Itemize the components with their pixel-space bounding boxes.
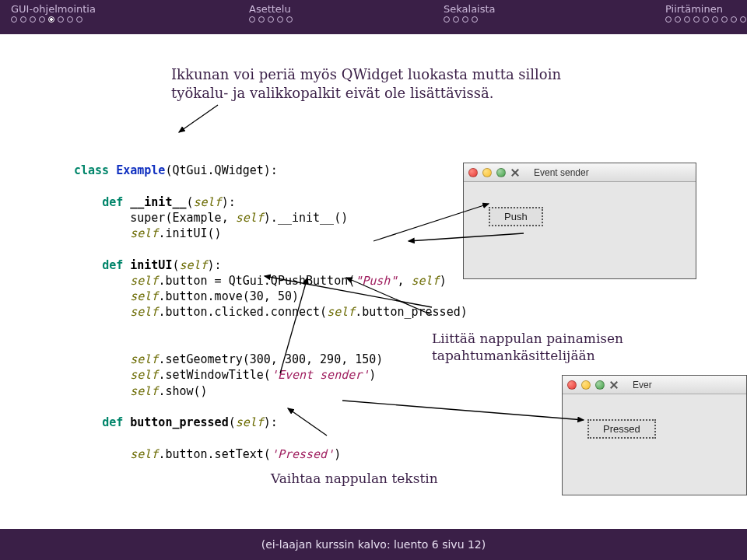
zoom-icon[interactable] xyxy=(595,380,605,390)
slide-body: Ikkunan voi periä myös QWidget luokasta … xyxy=(0,34,747,529)
window-title: Event sender xyxy=(534,167,589,178)
code-block: class Example(QtGui.QWidget): def __init… xyxy=(74,163,468,462)
app-window-pressed: Ever Pressed xyxy=(562,375,747,495)
nav-section-piirtaminen[interactable]: Piirtäminen xyxy=(665,3,746,23)
annotation-connect: Liittää nappulan painamisen tapahtumankä… xyxy=(432,330,623,364)
x-icon xyxy=(609,380,619,390)
nav-section-asettelu[interactable]: Asettelu xyxy=(249,3,293,23)
close-icon[interactable] xyxy=(468,168,478,177)
app-window-event-sender: Event sender Push xyxy=(463,163,696,279)
nav-title: Sekalaista xyxy=(444,3,496,15)
nav-title: Asettelu xyxy=(249,3,293,15)
nav-section-gui[interactable]: GUI-ohjelmointia xyxy=(11,3,96,23)
window-titlebar: Event sender xyxy=(464,163,696,182)
close-icon[interactable] xyxy=(567,380,577,390)
nav-dots xyxy=(444,16,496,23)
x-icon xyxy=(510,168,520,177)
slide-footer: (ei-laajan kurssin kalvo: luento 6 sivu … xyxy=(0,529,747,560)
push-button[interactable]: Push xyxy=(489,207,543,226)
intro-line2: työkalu- ja valikkopalkit eivät ole lisä… xyxy=(171,85,494,101)
intro-line1: Ikkunan voi periä myös QWidget luokasta … xyxy=(171,66,561,82)
nav-dots xyxy=(665,16,746,23)
annotation-settext: Vaihtaa nappulan tekstin xyxy=(271,470,438,487)
footer-text: (ei-laajan kurssin kalvo: luento 6 sivu … xyxy=(261,538,486,551)
nav-dots xyxy=(249,16,293,23)
zoom-icon[interactable] xyxy=(496,168,506,177)
intro-text: Ikkunan voi periä myös QWidget luokasta … xyxy=(171,65,700,103)
pressed-button[interactable]: Pressed xyxy=(587,419,656,439)
navbar: GUI-ohjelmointia Asettelu Sekalaista Pii… xyxy=(0,0,747,34)
minimize-icon[interactable] xyxy=(581,380,591,390)
window-titlebar: Ever xyxy=(563,376,746,394)
nav-title: Piirtäminen xyxy=(665,3,746,15)
nav-section-sekalaista[interactable]: Sekalaista xyxy=(444,3,496,23)
window-title: Ever xyxy=(633,380,652,390)
nav-title: GUI-ohjelmointia xyxy=(11,3,96,15)
minimize-icon[interactable] xyxy=(482,168,492,177)
nav-dots xyxy=(11,16,96,23)
